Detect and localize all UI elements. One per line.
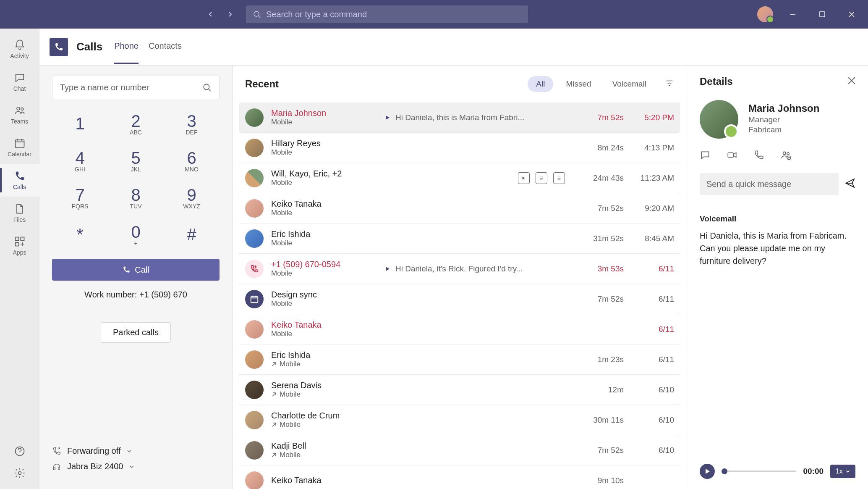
forward-button[interactable]: [222, 7, 238, 22]
call-name: Serena Davis: [271, 381, 368, 390]
call-row[interactable]: Charlotte de Crum Mobile 30m 11s 6/10: [239, 405, 680, 435]
dialpad-key-1[interactable]: 1: [52, 105, 108, 142]
svg-point-0: [254, 11, 259, 16]
filter-button[interactable]: [665, 79, 674, 89]
call-row[interactable]: Keiko Tanaka Mobile 6/11: [239, 314, 680, 344]
command-search-input[interactable]: Search or type a command: [246, 5, 528, 23]
rail-files[interactable]: Files: [0, 197, 39, 229]
recent-title: Recent: [245, 78, 279, 90]
key-digit: 1: [75, 114, 84, 133]
rail-label: Calendar: [8, 151, 31, 158]
svg-rect-4: [15, 140, 24, 148]
rail-apps[interactable]: Apps: [0, 229, 39, 262]
settings-button[interactable]: [14, 467, 26, 481]
parked-calls-button[interactable]: Parked calls: [101, 322, 171, 343]
add-people-action[interactable]: [780, 150, 791, 162]
dialpad-key-7[interactable]: 7PQRS: [52, 179, 108, 216]
people-icon: [14, 105, 26, 116]
call-row[interactable]: +1 (509) 670-0594 Mobile Hi Daniela, it'…: [239, 254, 680, 284]
forwarding-label: Forwarding off: [67, 446, 120, 456]
minimize-button[interactable]: [783, 5, 803, 24]
dialer-panel: Type a name or number 12ABC3DEF4GHI5JKL6…: [39, 66, 233, 489]
call-button[interactable]: Call: [52, 259, 220, 281]
call-row[interactable]: Eric Ishida Mobile 1m 23s 6/11: [239, 344, 680, 375]
contact-avatar: [245, 471, 264, 489]
tab-contacts[interactable]: Contacts: [149, 29, 182, 64]
svg-rect-7: [15, 242, 18, 246]
meeting-avatar: [245, 290, 264, 308]
call-name: Design sync: [271, 290, 368, 300]
chip-voicemail[interactable]: Voicemail: [604, 76, 655, 92]
key-letters: GHI: [75, 166, 85, 173]
voicemail-preview: Hi Daniela, it's Rick. Figured I'd try..…: [395, 264, 523, 273]
dialpad-key-3[interactable]: 3DEF: [164, 105, 220, 142]
video-action[interactable]: [727, 150, 737, 162]
back-button[interactable]: [203, 7, 218, 22]
call-row[interactable]: Maria Johnson Mobile Hi Daniela, this is…: [239, 103, 680, 133]
seek-track[interactable]: [722, 471, 796, 472]
video-recording-icon[interactable]: [518, 172, 530, 184]
maximize-button[interactable]: [813, 5, 832, 24]
user-avatar[interactable]: [757, 6, 773, 22]
rail-activity[interactable]: Activity: [0, 33, 39, 66]
dialpad-key-5[interactable]: 5JKL: [108, 142, 164, 179]
contact-role: Manager: [748, 115, 819, 124]
key-letters: TUV: [130, 203, 142, 210]
play-button[interactable]: [700, 464, 715, 479]
call-name: Keiko Tanaka: [271, 320, 368, 330]
send-button[interactable]: [844, 178, 855, 190]
forwarding-dropdown[interactable]: Forwarding off: [52, 446, 220, 456]
speed-dropdown[interactable]: 1x: [830, 465, 855, 478]
call-duration: 7m 52s: [573, 204, 624, 213]
dialpad-key-*[interactable]: *: [52, 216, 108, 253]
call-time: 8:45 AM: [624, 234, 674, 243]
call-action[interactable]: [753, 150, 764, 162]
call-row[interactable]: Keiko Tanaka 9m 10s: [239, 465, 680, 489]
transcript-icon[interactable]: [536, 172, 547, 184]
call-row[interactable]: Hillary Reyes Mobile 8m 24s 4:13 PM: [239, 133, 680, 163]
dialpad-key-#[interactable]: #: [164, 216, 220, 253]
dialpad-key-0[interactable]: 0+: [108, 216, 164, 253]
quick-message-placeholder: Send a quick message: [706, 179, 791, 189]
rail-chat[interactable]: Chat: [0, 66, 39, 98]
dialpad-key-6[interactable]: 6MNO: [164, 142, 220, 179]
notes-icon[interactable]: [553, 172, 565, 184]
call-duration: 7m 52s: [573, 446, 624, 455]
key-digit: 6: [187, 149, 196, 168]
tab-phone[interactable]: Phone: [114, 29, 139, 64]
key-digit: 7: [75, 186, 84, 205]
dialpad: 12ABC3DEF4GHI5JKL6MNO7PQRS8TUV9WXYZ*0+#: [52, 105, 220, 253]
call-row[interactable]: Design sync Mobile 7m 52s 6/11: [239, 284, 680, 314]
dialpad-key-8[interactable]: 8TUV: [108, 179, 164, 216]
rail-calendar[interactable]: Calendar: [0, 131, 39, 164]
quick-message-input[interactable]: Send a quick message: [700, 173, 839, 195]
call-row[interactable]: Kadji Bell Mobile 7m 52s 6/10: [239, 435, 680, 465]
contact-company: Fabricam: [748, 125, 819, 134]
dialpad-key-2[interactable]: 2ABC: [108, 105, 164, 142]
call-row[interactable]: Eric Ishida Mobile 31m 52s 8:45 AM: [239, 223, 680, 254]
call-row[interactable]: Keiko Tanaka Mobile 7m 52s 9:20 AM: [239, 193, 680, 223]
chip-missed[interactable]: Missed: [557, 76, 599, 92]
outgoing-icon: [271, 452, 277, 458]
dial-search-input[interactable]: Type a name or number: [52, 76, 220, 99]
dialpad-key-9[interactable]: 9WXYZ: [164, 179, 220, 216]
chip-all[interactable]: All: [528, 76, 553, 92]
device-dropdown[interactable]: Jabra Biz 2400: [52, 462, 220, 471]
rail-calls[interactable]: Calls: [0, 164, 39, 197]
call-time: 6/10: [624, 446, 674, 455]
call-sublabel: Mobile: [271, 269, 368, 278]
device-label: Jabra Biz 2400: [67, 462, 123, 471]
chat-icon: [14, 72, 26, 84]
call-name: Hillary Reyes: [271, 139, 368, 148]
details-close-button[interactable]: [848, 77, 855, 86]
svg-rect-11: [251, 296, 258, 302]
chat-action[interactable]: [700, 150, 711, 162]
close-button[interactable]: [842, 5, 861, 24]
rail-teams[interactable]: Teams: [0, 98, 39, 131]
dialpad-key-4[interactable]: 4GHI: [52, 142, 108, 179]
call-row[interactable]: Will, Kayo, Eric, +2 Mobile 24m 43s 11:2…: [239, 163, 680, 193]
help-button[interactable]: [14, 445, 26, 459]
key-letters: DEF: [186, 129, 198, 136]
call-sublabel: Mobile: [271, 360, 368, 368]
call-row[interactable]: Serena Davis Mobile 12m 6/10: [239, 375, 680, 405]
